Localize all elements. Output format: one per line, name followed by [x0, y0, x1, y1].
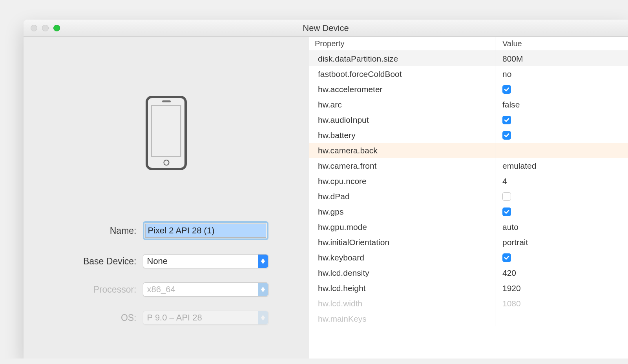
window-title: New Device — [24, 23, 628, 33]
table-row[interactable]: hw.lcd.height1920 — [309, 280, 628, 296]
property-cell: hw.gpu.mode — [309, 219, 495, 235]
table-row[interactable]: hw.mainKeys — [309, 311, 628, 326]
value-cell[interactable]: 4 — [495, 173, 628, 189]
os-select[interactable]: P 9.0 – API 28 — [143, 311, 268, 325]
table-row[interactable]: disk.dataPartition.size800M — [309, 51, 628, 66]
property-cell: hw.audioInput — [309, 112, 495, 127]
property-cell: hw.mainKeys — [309, 311, 495, 326]
property-cell: disk.dataPartition.size — [309, 51, 495, 66]
device-preview — [146, 96, 187, 170]
table-body: disk.dataPartition.size800Mfastboot.forc… — [309, 51, 628, 359]
value-cell[interactable] — [495, 127, 628, 143]
stepper-icon — [258, 311, 268, 324]
value-cell[interactable]: auto — [495, 219, 628, 235]
property-cell: hw.camera.front — [309, 158, 495, 173]
table-row[interactable]: hw.accelerometer — [309, 82, 628, 97]
property-cell: hw.gps — [309, 204, 495, 219]
table-row[interactable]: hw.audioInput — [309, 112, 628, 127]
value-cell[interactable]: portrait — [495, 235, 628, 250]
property-cell: hw.lcd.width — [309, 296, 495, 311]
property-cell: hw.lcd.density — [309, 265, 495, 280]
titlebar: New Device — [24, 20, 628, 37]
table-row[interactable]: hw.arcfalse — [309, 97, 628, 112]
table-row[interactable]: hw.battery — [309, 127, 628, 143]
value-cell[interactable] — [495, 189, 628, 204]
property-cell: hw.dPad — [309, 189, 495, 204]
col-value[interactable]: Value — [495, 37, 628, 51]
property-cell: fastboot.forceColdBoot — [309, 66, 495, 82]
stepper-icon — [258, 283, 268, 296]
checkbox[interactable] — [502, 116, 511, 124]
value-cell[interactable]: 420 — [495, 265, 628, 280]
value-cell[interactable] — [495, 82, 628, 97]
processor-label: Processor: — [64, 284, 143, 295]
value-cell[interactable]: 800M — [495, 51, 628, 66]
checkbox[interactable] — [502, 192, 511, 201]
checkbox[interactable] — [502, 131, 511, 140]
value-cell[interactable] — [495, 112, 628, 127]
table-row[interactable]: hw.dPad — [309, 189, 628, 204]
base-device-label: Base Device: — [64, 256, 143, 267]
properties-panel: Property Value disk.dataPartition.size80… — [309, 37, 628, 359]
table-row[interactable]: hw.camera.back — [309, 143, 628, 158]
base-device-value: None — [143, 256, 168, 266]
table-row[interactable]: hw.gpu.modeauto — [309, 219, 628, 235]
stepper-icon — [258, 255, 268, 268]
property-cell: hw.battery — [309, 127, 495, 143]
table-row[interactable]: hw.lcd.width1080 — [309, 296, 628, 311]
property-cell: hw.camera.back — [309, 143, 495, 158]
table-row[interactable]: hw.initialOrientationportrait — [309, 235, 628, 250]
table-header: Property Value — [309, 37, 628, 51]
value-cell[interactable]: emulated — [495, 158, 628, 173]
processor-value: x86_64 — [143, 284, 175, 295]
property-cell: hw.cpu.ncore — [309, 173, 495, 189]
checkbox[interactable] — [502, 253, 511, 262]
left-panel: Name: Base Device: None — [24, 37, 309, 359]
property-cell: hw.lcd.height — [309, 280, 495, 296]
table-row[interactable]: hw.cpu.ncore4 — [309, 173, 628, 189]
processor-select[interactable]: x86_64 — [143, 282, 268, 297]
property-cell: hw.arc — [309, 97, 495, 112]
phone-icon — [146, 96, 187, 170]
table-row[interactable]: fastboot.forceColdBootno — [309, 66, 628, 82]
value-cell[interactable]: false — [495, 97, 628, 112]
property-cell: hw.initialOrientation — [309, 235, 495, 250]
name-input[interactable] — [145, 224, 266, 238]
table-row[interactable]: hw.keyboard — [309, 250, 628, 265]
value-cell[interactable]: 1920 — [495, 280, 628, 296]
device-form: Name: Base Device: None — [64, 221, 268, 339]
table-row[interactable]: hw.gps — [309, 204, 628, 219]
value-cell[interactable] — [495, 204, 628, 219]
value-cell[interactable]: no — [495, 66, 628, 82]
os-label: OS: — [64, 313, 143, 323]
col-property[interactable]: Property — [309, 37, 495, 51]
table-row[interactable]: hw.lcd.density420 — [309, 265, 628, 280]
window: New Device Name: Base Device: — [24, 20, 628, 359]
checkbox[interactable] — [502, 85, 511, 94]
base-device-select[interactable]: None — [143, 254, 268, 268]
value-cell[interactable] — [495, 143, 628, 158]
property-cell: hw.accelerometer — [309, 82, 495, 97]
name-label: Name: — [64, 226, 143, 236]
checkbox[interactable] — [502, 207, 511, 216]
table-row[interactable]: hw.camera.frontemulated — [309, 158, 628, 173]
value-cell[interactable] — [495, 250, 628, 265]
property-cell: hw.keyboard — [309, 250, 495, 265]
value-cell[interactable]: 1080 — [495, 296, 628, 311]
value-cell[interactable] — [495, 311, 628, 326]
os-value: P 9.0 – API 28 — [143, 313, 202, 323]
